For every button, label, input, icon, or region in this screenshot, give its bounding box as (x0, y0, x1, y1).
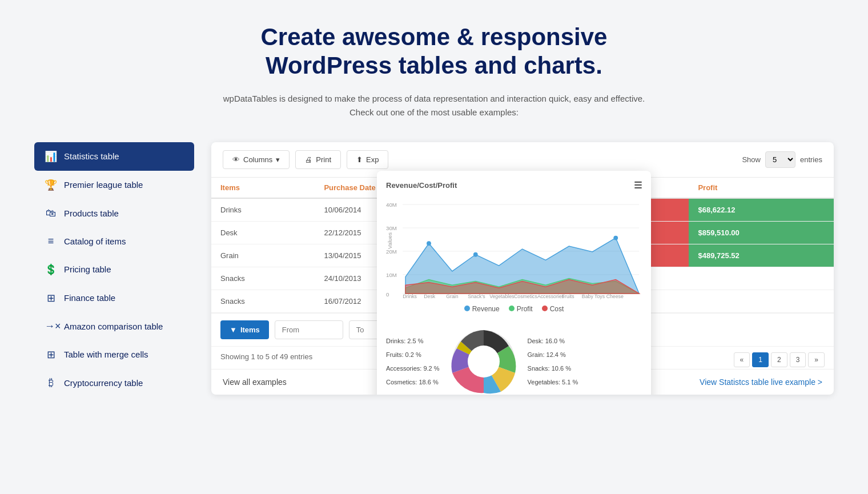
pie-label-grain: Grain: 12.4 % (528, 351, 578, 358)
table-cell: Snacks (211, 290, 315, 312)
pie-chart-svg (447, 324, 521, 395)
page-next-btn[interactable]: » (808, 352, 825, 367)
pie-label-accessories: Accessories: 9.2 % (386, 365, 440, 372)
page-prev-btn[interactable]: « (734, 352, 750, 367)
print-button[interactable]: 🖨 Print (295, 150, 341, 169)
pie-label-desk: Desk: 16.0 % (528, 338, 578, 344)
sidebar-icon-catalog-of-items: ≡ (45, 235, 57, 247)
pie-label-vegetables: Vegetables: 5.1 % (528, 379, 578, 385)
hero-section: Create awesome & responsive WordPress ta… (34, 23, 834, 119)
chart-overlay: Revenue/Cost/Profit ☰ 40M 30M 20M 10M 0 (377, 171, 651, 395)
pie-section: Drinks: 2.5 % Fruits: 0.2 % Accessories:… (386, 324, 642, 395)
print-icon: 🖨 (305, 155, 312, 164)
sidebar-icon-premier-league-table: 🏆 (45, 179, 57, 191)
main-panel: 👁 Columns ▾ 🖨 Print ⬆ Exp Show 5 10 (211, 142, 834, 395)
table-cell (689, 290, 834, 312)
chart-title: Revenue/Cost/Profit (386, 181, 457, 190)
pie-label-drinks: Drinks: 2.5 % (386, 338, 440, 344)
sidebar-label-premier-league-table: Premier league table (64, 180, 143, 190)
entries-select[interactable]: 5 10 25 (765, 151, 795, 168)
page-2-btn[interactable]: 2 (771, 352, 787, 367)
sidebar-label-finance-table: Finance table (64, 293, 115, 303)
table-cell: Snacks (211, 267, 315, 290)
sidebar-label-pricing-table: Pricing table (64, 264, 111, 274)
area-chart-svg: 40M 30M 20M 10M 0 (386, 198, 642, 300)
sidebar-icon-statistics-table: 📊 (45, 150, 57, 163)
sidebar-label-cryptocurrency-table: Cryptocurrency table (64, 378, 143, 388)
filter-items-button[interactable]: ▼ Items (220, 320, 269, 339)
sidebar-icon-cryptocurrency-table: ₿ (45, 377, 57, 389)
svg-text:Baby Toys: Baby Toys (582, 293, 605, 299)
svg-point-11 (473, 252, 478, 257)
chart-header: Revenue/Cost/Profit ☰ (386, 180, 642, 191)
svg-text:Grain: Grain (446, 293, 459, 299)
legend-profit: Profit (509, 305, 533, 313)
svg-point-25 (468, 346, 500, 377)
filter-icon: ▼ (230, 326, 237, 334)
sidebar-item-premier-league-table[interactable]: 🏆 Premier league table (34, 171, 194, 199)
svg-text:30M: 30M (386, 225, 397, 231)
svg-text:Values: Values (387, 232, 393, 249)
svg-text:Fruits: Fruits (562, 293, 575, 299)
pie-labels-left: Drinks: 2.5 % Fruits: 0.2 % Accessories:… (386, 338, 440, 385)
filter-from-input[interactable] (275, 320, 343, 339)
table-cell: Desk (211, 221, 315, 244)
sidebar-item-cryptocurrency-table[interactable]: ₿ Cryptocurrency table (34, 369, 194, 397)
sidebar-item-catalog-of-items[interactable]: ≡ Catalog of items (34, 227, 194, 255)
svg-text:10M: 10M (386, 271, 397, 278)
sidebar-icon-table-with-merge-cells: ⊞ (45, 348, 57, 361)
columns-button[interactable]: 👁 Columns ▾ (223, 150, 290, 169)
svg-text:Drinks: Drinks (403, 293, 417, 299)
svg-point-10 (427, 241, 431, 246)
table-cell: $68,622.12 (689, 198, 834, 222)
table-cell: $859,510.00 (689, 221, 834, 244)
sidebar-icon-pricing-table: 💲 (45, 263, 57, 276)
table-cell (689, 267, 834, 290)
entries-control: Show 5 10 25 entries (742, 151, 822, 168)
pie-label-fruits: Fruits: 0.2 % (386, 351, 440, 358)
hero-title: Create awesome & responsive WordPress ta… (34, 23, 834, 81)
chart-legend: Revenue Profit Cost (386, 305, 642, 313)
sidebar-icon-finance-table: ⊞ (45, 292, 57, 304)
svg-text:Cheese: Cheese (606, 293, 624, 299)
sidebar-item-finance-table[interactable]: ⊞ Finance table (34, 284, 194, 312)
svg-text:0: 0 (386, 291, 389, 298)
svg-text:40M: 40M (386, 202, 397, 208)
sidebar-item-amazon-comparison-table[interactable]: →× Amazon comparison table (34, 312, 194, 340)
view-all-link[interactable]: View all examples (223, 377, 287, 387)
page-3-btn[interactable]: 3 (790, 352, 806, 367)
sidebar-label-products-table: Products table (64, 208, 119, 218)
table-cell: $489,725.52 (689, 244, 834, 267)
page-1-btn[interactable]: 1 (752, 352, 769, 367)
sidebar-item-statistics-table[interactable]: 📊 Statistics table (34, 142, 194, 171)
export-icon: ⬆ (356, 155, 363, 164)
columns-icon: 👁 (232, 155, 240, 164)
sidebar-icon-products-table: 🛍 (45, 207, 57, 219)
pie-labels-right: Desk: 16.0 % Grain: 12.4 % Snacks: 10.6 … (528, 338, 578, 385)
chart-area: 40M 30M 20M 10M 0 (386, 198, 642, 300)
table-header-items: Items (211, 178, 315, 198)
sidebar: 📊 Statistics table🏆 Premier league table… (34, 142, 194, 397)
pie-label-snacks: Snacks: 10.6 % (528, 365, 578, 372)
columns-chevron-icon: ▾ (276, 155, 280, 164)
export-button[interactable]: ⬆ Exp (347, 150, 388, 169)
table-cell: Grain (211, 244, 315, 267)
live-example-link[interactable]: View Statistcs table live example > (700, 377, 822, 387)
svg-text:Accessories: Accessories (537, 293, 565, 299)
sidebar-item-pricing-table[interactable]: 💲 Pricing table (34, 255, 194, 284)
sidebar-item-table-with-merge-cells[interactable]: ⊞ Table with merge cells (34, 340, 194, 369)
sidebar-label-catalog-of-items: Catalog of items (64, 236, 126, 246)
table-header-profit: Profit (689, 178, 834, 198)
sidebar-icon-amazon-comparison-table: →× (45, 320, 57, 332)
sidebar-label-statistics-table: Statistics table (64, 151, 119, 161)
sidebar-label-table-with-merge-cells: Table with merge cells (64, 350, 148, 359)
sidebar-item-products-table[interactable]: 🛍 Products table (34, 199, 194, 227)
table-cell: Drinks (211, 198, 315, 222)
sidebar-label-amazon-comparison-table: Amazon comparison table (64, 322, 163, 331)
svg-point-12 (613, 235, 618, 240)
hero-subtitle: wpDataTables is designed to make the pro… (34, 92, 834, 119)
chart-menu-icon[interactable]: ☰ (634, 180, 642, 191)
svg-text:Snack's: Snack's (468, 293, 485, 299)
svg-text:Vegetables: Vegetables (489, 293, 515, 299)
svg-text:Cosmetics: Cosmetics (514, 293, 537, 299)
